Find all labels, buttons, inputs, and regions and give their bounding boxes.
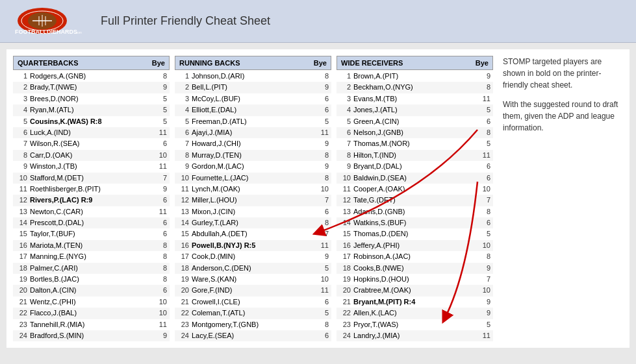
player-name: Jeffery,A.(PHI) — [353, 241, 477, 250]
row-number: 9 — [177, 162, 192, 171]
player-name: Robinson,A.(JAC) — [353, 252, 477, 261]
sidebar-text: STOMP targeted players are shown in bold… — [503, 56, 623, 134]
row-number: 12 — [16, 195, 30, 205]
player-row: 1Rodgers,A.(GNB)8 — [13, 71, 170, 82]
player-name: Tate,G.(DET) — [353, 195, 477, 205]
player-row: 12Miller,L.(HOU)7 — [175, 195, 331, 206]
player-name: Bortles,B.(JAC) — [30, 274, 154, 284]
player-name: Lacy,E.(SEA) — [192, 331, 316, 341]
player-row: 4Jones,J.(ATL)5 — [337, 104, 493, 115]
sidebar-text-2: With the suggested round to draft them, … — [503, 99, 623, 134]
bye-number: 6 — [316, 94, 329, 104]
row-number: 14 — [177, 218, 192, 228]
player-name: Mixon,J.(CIN) — [192, 207, 316, 217]
player-row: 3Brees,D.(NOR)5 — [13, 93, 170, 104]
bye-number: 8 — [477, 128, 490, 138]
wr-header-label: WIDE RECEIVERS — [341, 59, 403, 67]
row-number: 15 — [339, 229, 353, 239]
player-row: 17Cook,D.(MIN)9 — [175, 251, 331, 262]
row-number: 21 — [16, 297, 30, 307]
bye-number: 9 — [154, 331, 167, 341]
player-name: Coleman,T.(ATL) — [192, 308, 316, 318]
player-row: 1Brown,A.(PIT)9 — [337, 71, 493, 82]
row-number: 13 — [339, 207, 353, 217]
bye-number: 6 — [154, 218, 167, 228]
player-row: 11Lynch,M.(OAK)10 — [175, 184, 331, 195]
player-name: Dalton,A.(CIN) — [30, 285, 154, 295]
player-row: 12Tate,G.(DET)7 — [337, 195, 493, 206]
quarterbacks-column: QUARTERBACKS Bye 1Rodgers,A.(GNB)82Brady… — [13, 56, 170, 341]
bye-number: 8 — [477, 252, 490, 261]
player-row: 7Howard,J.(CHI)9 — [175, 138, 331, 149]
player-row: 15Abdullah,A.(DET)7 — [175, 228, 331, 239]
player-row: 13Adams,D.(GNB)8 — [337, 206, 493, 217]
player-name: Elliott,E.(DAL) — [192, 105, 316, 115]
row-number: 8 — [16, 151, 30, 160]
player-name: Crowell,I.(CLE) — [192, 297, 316, 307]
row-number: 11 — [177, 184, 192, 194]
qb-header: QUARTERBACKS Bye — [13, 56, 170, 70]
bye-number: 9 — [477, 71, 490, 81]
player-name: Carr,D.(OAK) — [30, 151, 154, 160]
player-name: Anderson,C.(DEN) — [192, 263, 316, 273]
bye-number: 5 — [477, 139, 490, 149]
player-row: 10Fournette,L.(JAC)8 — [175, 173, 331, 184]
row-number: 17 — [16, 252, 30, 261]
row-number: 7 — [16, 139, 30, 149]
bye-number: 11 — [154, 320, 167, 330]
player-name: Thomas,M.(NOR) — [353, 139, 477, 149]
rb-header: RUNNING BACKS Bye — [175, 56, 331, 70]
player-row: 22Flacco,J.(BAL)10 — [13, 308, 170, 319]
player-row: 13Mixon,J.(CIN)6 — [175, 206, 331, 217]
bye-number: 9 — [154, 82, 167, 92]
player-name: Flacco,J.(BAL) — [30, 308, 154, 318]
player-row: 18Cooks,B.(NWE)9 — [337, 263, 493, 274]
player-name: Rodgers,A.(GNB) — [30, 71, 154, 81]
player-name: Crabtree,M.(OAK) — [353, 285, 477, 295]
player-name: Pryor,T.(WAS) — [353, 320, 477, 330]
row-number: 23 — [16, 320, 30, 330]
row-number: 24 — [177, 331, 192, 341]
qb-rows: 1Rodgers,A.(GNB)82Brady,T.(NWE)93Brees,D… — [13, 71, 170, 341]
bye-number: 5 — [477, 320, 490, 330]
player-name: Wentz,C.(PHI) — [30, 297, 154, 307]
bye-number: 11 — [316, 285, 329, 295]
bye-number: 6 — [154, 285, 167, 295]
wr-rows: 1Brown,A.(PIT)92Beckham,O.(NYG)83Evans,M… — [337, 71, 493, 341]
player-row: 4Ryan,M.(ATL)5 — [13, 104, 170, 115]
bye-number: 8 — [316, 151, 329, 160]
bye-number: 11 — [154, 162, 167, 171]
player-row: 18Anderson,C.(DEN)5 — [175, 263, 331, 274]
row-number: 7 — [339, 139, 353, 149]
row-number: 23 — [339, 320, 353, 330]
player-row: 6Ajayi,J.(MIA)11 — [175, 127, 331, 138]
player-row: 14Watkins,S.(BUF)6 — [337, 217, 493, 228]
row-number: 14 — [339, 218, 353, 228]
player-name: Gurley,T.(LAR) — [192, 218, 316, 228]
bye-number: 9 — [477, 263, 490, 273]
bye-number: 5 — [154, 117, 167, 127]
player-row: 7Thomas,M.(NOR)5 — [337, 138, 493, 149]
player-row: 16Powell,B.(NYJ) R:511 — [175, 240, 331, 251]
bye-number: 8 — [154, 252, 167, 261]
player-columns: QUARTERBACKS Bye 1Rodgers,A.(GNB)82Brady… — [13, 56, 493, 341]
bye-number: 11 — [477, 94, 490, 104]
player-name: Landry,J.(MIA) — [353, 331, 477, 341]
row-number: 23 — [177, 320, 192, 330]
bye-number: 8 — [154, 71, 167, 81]
svg-text:FOOTBALLDIEHARDS: FOOTBALLDIEHARDS — [15, 29, 77, 35]
player-name: Palmer,C.(ARI) — [30, 263, 154, 273]
bye-number: 6 — [316, 105, 329, 115]
row-number: 13 — [177, 207, 192, 217]
player-name: Stafford,M.(DET) — [30, 173, 154, 183]
player-row: 14Prescott,D.(DAL)6 — [13, 217, 170, 228]
row-number: 2 — [16, 82, 30, 92]
player-row: 23Montgomery,T.(GNB)8 — [175, 319, 331, 330]
sidebar-text-1: STOMP targeted players are shown in bold… — [503, 56, 623, 91]
row-number: 24 — [339, 331, 353, 341]
player-name: Gore,F.(IND) — [192, 285, 316, 295]
row-number: 1 — [177, 71, 192, 81]
bye-number: 11 — [477, 331, 490, 341]
row-number: 8 — [339, 151, 353, 160]
row-number: 6 — [177, 128, 192, 138]
